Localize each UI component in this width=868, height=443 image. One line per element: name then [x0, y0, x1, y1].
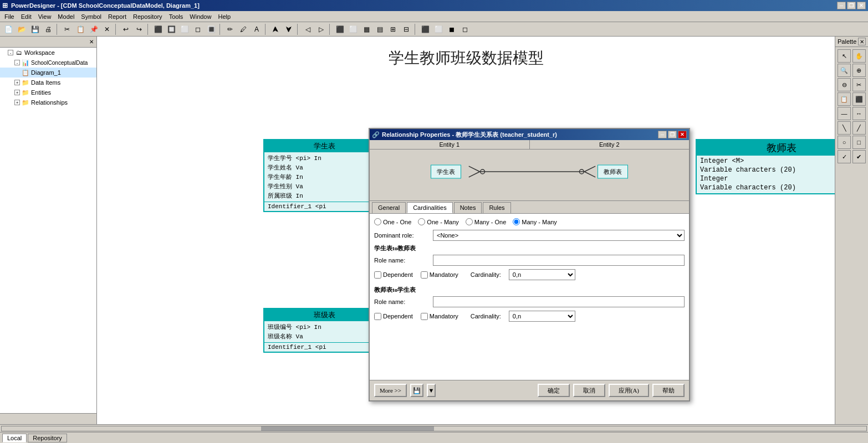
menu-help[interactable]: Help: [215, 12, 234, 21]
palette-relation[interactable]: —: [838, 107, 851, 120]
help-button[interactable]: 帮助: [652, 384, 685, 397]
role-name-input-2[interactable]: [433, 296, 685, 307]
palette-cut[interactable]: ✂: [852, 78, 866, 91]
class-entity[interactable]: 班级表 班级编号 <pi> In 班级名称 Va Identifier_1 <p…: [263, 308, 385, 353]
cardinality-select-1[interactable]: 0,n: [509, 269, 575, 280]
tab-notes[interactable]: Notes: [454, 202, 482, 213]
tree-diagram[interactable]: 📋 Diagram_1: [0, 68, 96, 78]
menu-view[interactable]: View: [35, 12, 55, 21]
tb-icon22[interactable]: ◻: [459, 23, 471, 35]
horizontal-scrollbar[interactable]: [0, 424, 868, 432]
open-btn[interactable]: 📂: [16, 23, 28, 35]
tb-icon2[interactable]: 🔲: [165, 23, 177, 35]
tb-icon21[interactable]: ◼: [446, 23, 458, 35]
palette-zoom-in[interactable]: ⊕: [852, 64, 866, 77]
delete-btn[interactable]: ✕: [101, 23, 113, 35]
expand-workspace[interactable]: -: [8, 50, 13, 55]
palette-link[interactable]: ↔: [852, 107, 866, 120]
palette-close-btn[interactable]: ✕: [858, 38, 866, 45]
radio-one-one[interactable]: One - One: [374, 218, 411, 225]
tb-icon19[interactable]: ⬛: [419, 23, 431, 35]
tb-icon3[interactable]: ⬜: [178, 23, 191, 35]
palette-arrow1[interactable]: ╲: [838, 121, 851, 135]
palette-zoom[interactable]: 🔍: [838, 64, 851, 77]
menu-window[interactable]: Window: [186, 12, 215, 21]
student-entity[interactable]: 学生表 学生学号 <pi> In 学生姓名 Va 学生年龄 In 学生性别 Va…: [263, 139, 385, 212]
undo-btn[interactable]: ↩: [120, 23, 132, 35]
palette-copy[interactable]: 📋: [838, 92, 851, 106]
tree-data-items[interactable]: + 📁 Data Items: [0, 78, 96, 87]
sidebar-close-btn[interactable]: ✕: [88, 38, 95, 46]
cancel-button[interactable]: 取消: [573, 384, 605, 397]
palette-hand[interactable]: ✋: [852, 49, 866, 63]
tb-icon13[interactable]: ⬛: [334, 23, 346, 35]
tree-relationships[interactable]: + 📁 Relationships: [0, 97, 96, 107]
tab-local[interactable]: Local: [2, 434, 27, 442]
palette-rect[interactable]: □: [852, 136, 866, 149]
palette-entity[interactable]: ⬛: [852, 92, 866, 106]
tb-icon20[interactable]: ⬜: [432, 23, 445, 35]
tab-rules[interactable]: Rules: [483, 202, 510, 213]
role-name-input-1[interactable]: [433, 255, 685, 266]
tree-model[interactable]: - 📊 SchoolConceptualData: [0, 58, 96, 68]
radio-one-many[interactable]: One - Many: [418, 218, 458, 225]
menu-symbol[interactable]: Symbol: [78, 12, 105, 21]
tb-icon12[interactable]: ▷: [315, 23, 327, 35]
print-btn[interactable]: 🖨: [42, 23, 54, 35]
tb-icon6[interactable]: ✏: [224, 23, 236, 35]
tb-icon16[interactable]: ▤: [374, 23, 386, 35]
palette-cursor[interactable]: ↖: [838, 49, 851, 63]
copy-btn[interactable]: 📋: [74, 23, 86, 35]
dialog-close-btn[interactable]: ✕: [678, 131, 687, 138]
tb-icon7[interactable]: 🖊: [237, 23, 249, 35]
mandatory-checkbox-2[interactable]: Mandatory: [421, 313, 458, 320]
tab-general[interactable]: General: [372, 202, 406, 213]
tab-repository[interactable]: Repository: [28, 434, 67, 442]
tb-icon17[interactable]: ⊞: [387, 23, 399, 35]
tb-icon1[interactable]: ⬛: [152, 23, 164, 35]
paste-btn[interactable]: 📌: [88, 23, 100, 35]
palette-zoom-out[interactable]: ⊖: [838, 78, 851, 91]
tab-cardinalities[interactable]: Cardinalities: [407, 202, 453, 213]
tree-entities[interactable]: + 📁 Entities: [0, 87, 96, 97]
close-btn[interactable]: ✕: [857, 2, 866, 9]
teacher-entity[interactable]: 教师表 Integer <M> Variable characters (20)…: [696, 139, 835, 194]
palette-check1[interactable]: ✓: [838, 150, 851, 163]
apply-button[interactable]: 应用(A): [609, 384, 649, 397]
dominant-role-select[interactable]: <None>: [433, 230, 685, 241]
palette-arrow2[interactable]: ╱: [852, 121, 866, 135]
minimize-btn[interactable]: ─: [837, 2, 846, 9]
expand-data[interactable]: +: [14, 80, 20, 85]
menu-model[interactable]: Model: [54, 12, 78, 21]
tb-icon11[interactable]: ◁: [302, 23, 314, 35]
restore-btn[interactable]: ❐: [847, 2, 856, 9]
save-btn[interactable]: 💾: [29, 23, 41, 35]
radio-many-many[interactable]: Many - Many: [513, 218, 557, 225]
dialog-restore-btn[interactable]: ❐: [668, 131, 677, 138]
menu-file[interactable]: File: [1, 12, 18, 21]
tb-icon10[interactable]: ⮟: [283, 23, 295, 35]
tb-icon8[interactable]: A: [251, 23, 263, 35]
menu-edit[interactable]: Edit: [18, 12, 35, 21]
tree-workspace[interactable]: - 🗂 Workspace: [0, 48, 96, 58]
ok-button[interactable]: 确定: [538, 384, 570, 397]
more-button[interactable]: More >>: [374, 384, 407, 397]
mandatory-checkbox-1[interactable]: Mandatory: [421, 271, 458, 279]
tb-icon18[interactable]: ⊟: [400, 23, 412, 35]
menu-tools[interactable]: Tools: [166, 12, 187, 21]
menu-report[interactable]: Report: [105, 12, 130, 21]
save-icon-btn[interactable]: 💾: [410, 384, 423, 397]
palette-check2[interactable]: ✔: [852, 150, 866, 163]
new-btn[interactable]: 📄: [2, 23, 14, 35]
tb-icon15[interactable]: ▦: [360, 23, 372, 35]
radio-many-one[interactable]: Many - One: [466, 218, 506, 225]
tb-icon9[interactable]: ⮝: [269, 23, 282, 35]
tb-icon5[interactable]: 🔳: [205, 23, 217, 35]
redo-btn[interactable]: ↪: [133, 23, 145, 35]
tb-icon4[interactable]: ◻: [192, 23, 204, 35]
cardinality-select-2[interactable]: 0,n: [509, 311, 575, 322]
menu-repository[interactable]: Repository: [130, 12, 166, 21]
dropdown-btn[interactable]: ▼: [427, 384, 436, 397]
expand-model[interactable]: -: [14, 60, 20, 65]
expand-rel[interactable]: +: [14, 100, 20, 105]
